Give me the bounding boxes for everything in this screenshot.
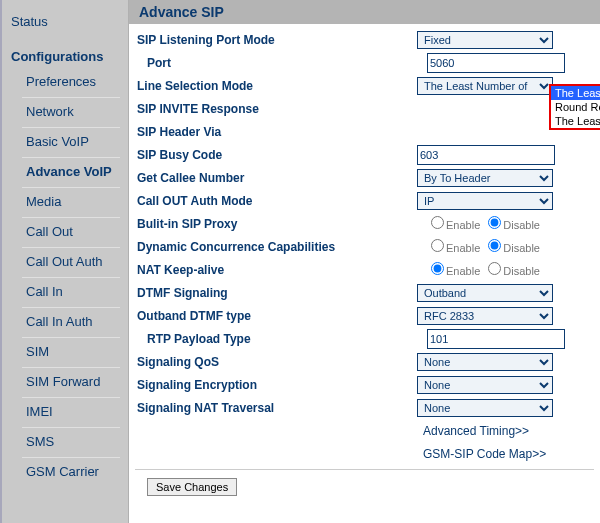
input-rtp-payload[interactable] [427,329,565,349]
select-call-out-auth[interactable]: IP [417,192,553,210]
sidebar-item-preferences[interactable]: Preferences [2,70,128,95]
radio-builtin-proxy: Enable Disable [417,216,540,231]
sidebar-item-basic-voip[interactable]: Basic VoIP [2,130,128,155]
label-sig-qos: Signaling QoS [135,355,417,369]
input-port[interactable] [427,53,565,73]
label-sip-busy-code: SIP Busy Code [135,148,417,162]
label-dyn-conc: Dynamic Concurrence Capabilities [135,240,417,254]
radio-nat-keep-enable[interactable] [431,262,444,275]
dropdown-line-selection-open: The Least Number of CallsRound RobinThe … [549,84,600,130]
input-sip-busy-code[interactable] [417,145,555,165]
label-port: Port [135,56,427,70]
label-call-out-auth: Call OUT Auth Mode [135,194,417,208]
label-sig-enc: Signaling Encryption [135,378,417,392]
radio-dyn-conc-disable[interactable] [488,239,501,252]
select-sip-port-mode[interactable]: Fixed [417,31,553,49]
label-builtin-proxy: Bulit-in SIP Proxy [135,217,417,231]
radio-builtin-proxy-enable[interactable] [431,216,444,229]
dropdown-option[interactable]: The Least Amount of Talk Time [551,114,600,128]
select-sig-enc[interactable]: None [417,376,553,394]
radio-dyn-conc-enable[interactable] [431,239,444,252]
save-button[interactable]: Save Changes [147,478,237,496]
sidebar-item-advance-voip[interactable]: Advance VoIP [2,160,128,185]
sidebar-item-imei[interactable]: IMEI [2,400,128,425]
radio-dyn-conc: Enable Disable [417,239,540,254]
page-title: Advance SIP [129,0,600,24]
dropdown-option[interactable]: Round Robin [551,100,600,114]
link-gsm-sip-map[interactable]: GSM-SIP Code Map>> [423,443,546,465]
sidebar-item-gsm-carrier[interactable]: GSM Carrier [2,460,128,485]
sidebar-item-call-out-auth[interactable]: Call Out Auth [2,250,128,275]
label-sip-port-mode: SIP Listening Port Mode [135,33,417,47]
label-sip-header-via: SIP Header Via [135,125,417,139]
select-sig-qos[interactable]: None [417,353,553,371]
select-get-callee[interactable]: By To Header [417,169,553,187]
radio-builtin-proxy-disable[interactable] [488,216,501,229]
sidebar-item-media[interactable]: Media [2,190,128,215]
main-panel: Advance SIP SIP Listening Port Mode Fixe… [129,0,600,523]
dropdown-option[interactable]: The Least Number of Calls [551,86,600,100]
sidebar-item-call-in[interactable]: Call In [2,280,128,305]
label-line-selection: Line Selection Mode [135,79,417,93]
radio-nat-keep: Enable Disable [417,262,540,277]
label-sig-nat: Signaling NAT Traversal [135,401,417,415]
sidebar-item-sim[interactable]: SIM [2,340,128,365]
sidebar-item-network[interactable]: Network [2,100,128,125]
label-get-callee: Get Callee Number [135,171,417,185]
radio-nat-keep-disable[interactable] [488,262,501,275]
sidebar-item-sms[interactable]: SMS [2,430,128,455]
label-dtmf-sig: DTMF Signaling [135,286,417,300]
sidebar-item-sim-forward[interactable]: SIM Forward [2,370,128,395]
label-sip-invite: SIP INVITE Response [135,102,417,116]
sidebar: Status Configurations PreferencesNetwork… [0,0,129,523]
select-outband-dtmf[interactable]: RFC 2833 [417,307,553,325]
sidebar-category-status[interactable]: Status [2,10,128,35]
select-sig-nat[interactable]: None [417,399,553,417]
sidebar-item-call-out[interactable]: Call Out [2,220,128,245]
label-outband-dtmf: Outband DTMF type [135,309,417,323]
sidebar-item-call-in-auth[interactable]: Call In Auth [2,310,128,335]
label-rtp-payload: RTP Payload Type [135,332,427,346]
link-advanced-timing[interactable]: Advanced Timing>> [423,420,529,442]
select-dtmf-sig[interactable]: Outband [417,284,553,302]
sidebar-category-configurations[interactable]: Configurations [2,45,128,70]
label-nat-keep: NAT Keep-alive [135,263,417,277]
select-line-selection[interactable]: The Least Number of [417,77,553,95]
